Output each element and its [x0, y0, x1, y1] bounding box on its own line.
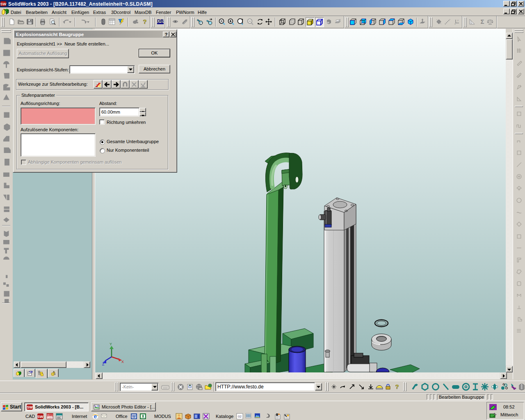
svg-text:W: W [132, 414, 136, 419]
svg-text:Σ: Σ [480, 18, 484, 25]
svg-text:SW: SW [37, 415, 43, 419]
svg-text:y: y [457, 19, 459, 21]
svg-text:x: x [454, 23, 456, 25]
svg-text:SW: SW [0, 2, 7, 6]
svg-text:02: 02 [238, 415, 242, 418]
svg-text:DB: DB [157, 18, 164, 23]
svg-text:?: ? [395, 383, 399, 390]
svg-text:CAD: CAD [48, 417, 52, 419]
svg-text:SW: SW [27, 405, 33, 409]
svg-text:Y: Y [110, 342, 112, 346]
svg-text:X: X [142, 414, 144, 419]
svg-text:MEGA: MEGA [47, 414, 53, 416]
svg-text:Z: Z [102, 362, 105, 366]
svg-text:X: X [121, 360, 124, 364]
svg-text:?: ? [143, 18, 146, 25]
svg-text:e: e [94, 413, 97, 420]
